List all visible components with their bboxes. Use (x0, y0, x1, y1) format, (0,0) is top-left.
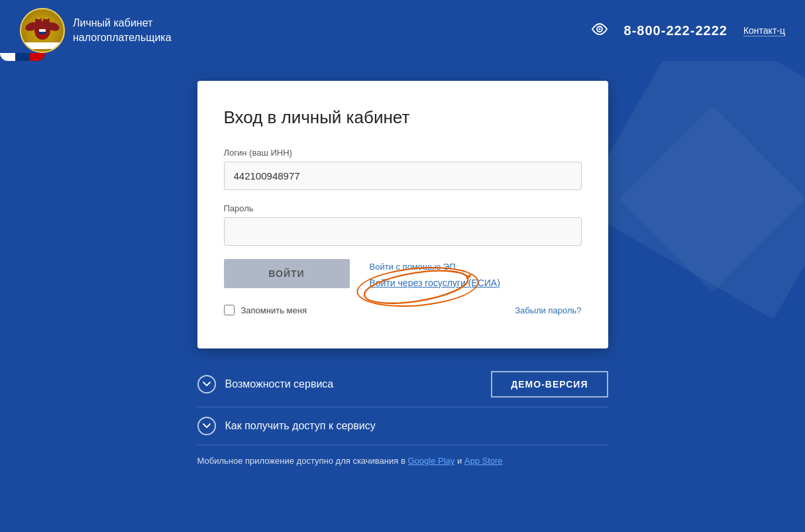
svg-rect-5 (36, 17, 40, 19)
chevron-down-icon-2 (197, 417, 216, 435)
login-card: Вход в личный кабинет Логин (ваш ИНН) Па… (197, 81, 608, 348)
phone-number: 8-800-222-2222 (624, 23, 727, 38)
login-input[interactable] (224, 162, 582, 190)
app-store-link[interactable]: App Store (464, 456, 503, 466)
accessibility-icon[interactable] (591, 22, 608, 39)
header: Личный кабинет налогоплательщика 8-800-2… (0, 0, 805, 61)
svg-rect-6 (44, 17, 48, 19)
remember-me-label: Запомнить меня (241, 305, 307, 315)
password-input[interactable] (224, 217, 582, 246)
svg-rect-10 (25, 42, 60, 46)
bottom-section: Возможности сервиса ДЕМО-ВЕРСИЯ Как полу… (197, 362, 608, 466)
logo-image (20, 8, 65, 53)
access-info-label: Как получить доступ к сервису (225, 420, 376, 432)
service-features-accordion[interactable]: Возможности сервиса ДЕМО-ВЕРСИЯ (197, 362, 608, 407)
forgot-password-link[interactable]: Забыли пароль? (515, 305, 581, 315)
header-right: 8-800-222-2222 Контакт-ц (591, 22, 785, 39)
logo-area: Личный кабинет налогоплательщика (20, 8, 172, 53)
svg-rect-11 (25, 46, 60, 49)
svg-point-13 (598, 28, 600, 30)
service-features-label: Возможности сервиса (225, 378, 334, 390)
svg-rect-9 (39, 32, 46, 34)
chevron-down-icon-1 (197, 375, 216, 394)
remember-me-checkbox[interactable] (224, 305, 235, 315)
gosuslugi-wrapper: Войти через госуслуги (ЕСИА) (370, 277, 500, 289)
demo-version-button[interactable]: ДЕМО-ВЕРСИЯ (491, 371, 608, 398)
access-info-accordion[interactable]: Как получить доступ к сервису (197, 407, 608, 445)
google-play-link[interactable]: Google Play (407, 456, 455, 466)
login-label: Логин (ваш ИНН) (224, 148, 582, 158)
login-form-group: Логин (ваш ИНН) (224, 148, 582, 190)
form-actions: ВОЙТИ Войти с помощью ЭП Войти через гос… (224, 259, 582, 289)
ep-login-link[interactable]: Войти с помощью ЭП (370, 262, 500, 272)
password-label: Пароль (224, 203, 582, 213)
svg-rect-8 (39, 29, 46, 32)
mobile-app-text: Мобильное приложение доступно для скачив… (197, 456, 608, 466)
auth-links: Войти с помощью ЭП Войти через госуслуги… (370, 259, 500, 289)
main-content: Вход в личный кабинет Логин (ваш ИНН) Па… (0, 61, 805, 479)
logo-text: Личный кабинет налогоплательщика (73, 16, 172, 46)
remember-me-row: Запомнить меня Забыли пароль? (224, 305, 582, 315)
login-button[interactable]: ВОЙТИ (224, 259, 350, 288)
password-form-group: Пароль (224, 203, 582, 246)
gosuslugi-login-link[interactable]: Войти через госуслуги (ЕСИА) (370, 278, 500, 288)
login-title: Вход в личный кабинет (224, 107, 582, 128)
contact-link[interactable]: Контакт-ц (743, 25, 785, 36)
